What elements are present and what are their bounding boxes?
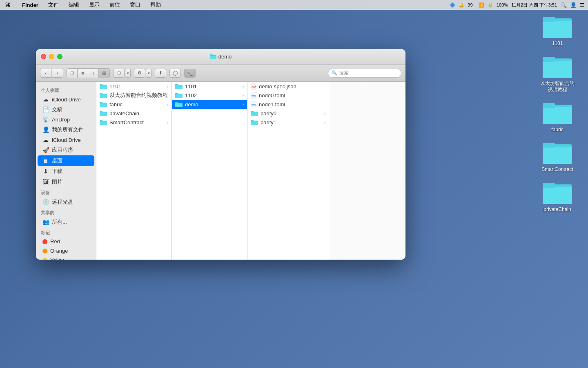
sidebar-item-apps[interactable]: 🚀 应用程序 [38,145,94,155]
minimize-button[interactable] [49,54,54,59]
col1-label-fabric: fabric [109,101,122,108]
folder-icon [100,110,107,117]
forward-button[interactable]: › [52,69,63,78]
folder-icon [251,119,258,126]
view-options-button[interactable]: ⊞ [113,69,125,78]
menubar-window[interactable]: 窗口 [128,1,142,9]
desktop-icon-privatechain[interactable]: privateChain [539,180,576,213]
battery-icon[interactable]: 🔋 [488,2,493,8]
user-icon[interactable]: 👤 [570,2,577,8]
gallery-view-button[interactable]: ▦ [99,69,109,78]
sidebar-label-tag-orange: Orange [50,248,68,254]
folder-icon [100,92,107,99]
column-4-preview [329,82,405,260]
list-view-button[interactable]: ≡ [78,69,88,78]
tag-red-dot [42,239,47,244]
col1-item-yitaifang[interactable]: 以太坊智能合约视频教程 [96,91,172,100]
folder-icon-yitaifang [543,54,572,79]
folder-icon [251,110,258,117]
folder-icon [100,83,107,90]
sidebar-item-photos[interactable]: 🖼 图片 [38,177,94,187]
svg-text:JSON: JSON [252,85,256,88]
col2-item-1101[interactable]: 1101 › [172,82,247,91]
control-icon[interactable]: ☰ [580,2,585,8]
menubar-view[interactable]: 显示 [87,1,101,9]
apple-menu[interactable]: ⌘ [3,2,12,8]
col1-item-1101[interactable]: 1101 › [96,82,172,91]
section-label-devices: 设备 [36,187,96,197]
sidebar-item-downloads[interactable]: ⬇ 下载 [38,166,94,177]
sidebar-item-tag-orange[interactable]: Orange [38,246,94,256]
menubar-file[interactable]: 文件 [47,1,60,9]
sidebar-label-photos: 图片 [52,178,62,186]
sidebar-label-downloads: 下载 [52,168,62,175]
col1-item-privatechain[interactable]: privateChain [96,109,172,118]
sidebar-item-remote-disk[interactable]: 💿 远程光盘 [38,197,94,207]
sidebar-item-shared-all[interactable]: 👥 所有... [38,217,94,227]
col1-item-smartcontract[interactable]: SmartContract › [96,118,172,127]
menubar-help[interactable]: 帮助 [149,1,163,9]
sidebar-item-icloud-drive[interactable]: ☁ iCloud Drive [38,135,94,145]
badge-count: 99+ [468,2,475,7]
sidebar-item-icloud-drive-fav[interactable]: ☁ iCloud Drive [38,94,94,104]
svg-rect-41 [175,102,178,103]
maximize-button[interactable] [57,54,62,59]
col2-item-demo[interactable]: demo › [172,100,247,109]
photos-icon: 🖼 [42,179,49,185]
col3-item-demo-spec[interactable]: JSON demo-spec.json [247,82,329,91]
desktop-icon-smartcontract[interactable]: SmartContract [539,140,576,173]
search-area[interactable]: 🔍 搜索 [328,69,401,78]
chevron-icon: › [167,120,168,125]
notification-icon[interactable]: 🔔 [459,2,464,8]
chevron-icon: › [167,84,168,89]
action-arrow[interactable]: ▾ [146,69,151,78]
desktop-icon-fabric[interactable]: fabric [539,101,576,133]
desktop-icon-sidebar: 🖥 [42,157,49,164]
share-button[interactable]: ⬆ [155,69,166,78]
col1-item-fabric[interactable]: fabric › [96,100,172,109]
col3-item-parity1[interactable]: parity1 › [247,118,329,127]
back-button[interactable]: ‹ [40,69,51,78]
close-button[interactable] [41,54,46,59]
col3-item-node0-toml[interactable]: TOML node0.toml [247,91,329,100]
sidebar-item-desktop[interactable]: 🖥 桌面 [38,155,94,166]
menubar-go[interactable]: 前往 [108,1,122,9]
bluetooth-icon[interactable]: 🔷 [450,2,455,8]
sidebar-item-tag-red[interactable]: Red [38,237,94,246]
chevron-icon: › [167,102,168,107]
col2-item-1102[interactable]: 1102 › [172,91,247,100]
svg-text:TOML: TOML [251,104,256,106]
sidebar-item-tag-yellow[interactable]: Yellow [38,256,94,260]
svg-rect-2 [543,17,555,22]
section-label-shared: 共享的 [36,207,96,217]
sidebar-item-all-files[interactable]: 👤 我的所有文件 [38,124,94,135]
tag-yellow-dot [42,258,47,260]
col3-label-demo-spec: demo-spec.json [259,83,296,90]
action-button[interactable]: ⚙ [134,69,145,78]
col3-item-node1-toml[interactable]: TOML node1.toml [247,100,329,109]
menubar-edit[interactable]: 编辑 [67,1,81,9]
view-options-arrow[interactable]: ▾ [125,69,131,78]
svg-rect-51 [251,111,254,112]
folder-icon-fabric [543,101,572,125]
folder-icon [100,101,107,108]
desktop-icon-1101[interactable]: 1101 [539,14,576,47]
view-options-group: ⊞ ▾ [113,69,131,78]
sidebar-item-wenxian[interactable]: 📄 文稿 [38,104,94,115]
column-view-button[interactable]: ⫿ [88,69,99,78]
folder-icon-selected [175,101,183,108]
icon-view-button[interactable]: ⊞ [67,69,78,78]
search-icon[interactable]: 🔍 [560,2,567,8]
sidebar-item-airdrop[interactable]: 📡 AirDrop [38,115,94,124]
folder-icon [100,119,107,126]
path-button[interactable]: >_ [184,69,196,78]
window-title: demo [218,54,232,60]
tag-button[interactable]: ◯ [169,69,181,78]
folder-icon-smartcontract [543,140,572,165]
wifi-icon[interactable]: 📶 [479,2,484,8]
menubar-finder[interactable]: Finder [20,2,40,8]
desktop-icon-yitaifang[interactable]: 以太坊智能合约视频教程 [539,54,576,93]
desktop-label-fabric: fabric [551,127,563,133]
sidebar-label-wenxian: 文稿 [52,106,62,113]
col3-item-parity0[interactable]: parity0 › [247,109,329,118]
